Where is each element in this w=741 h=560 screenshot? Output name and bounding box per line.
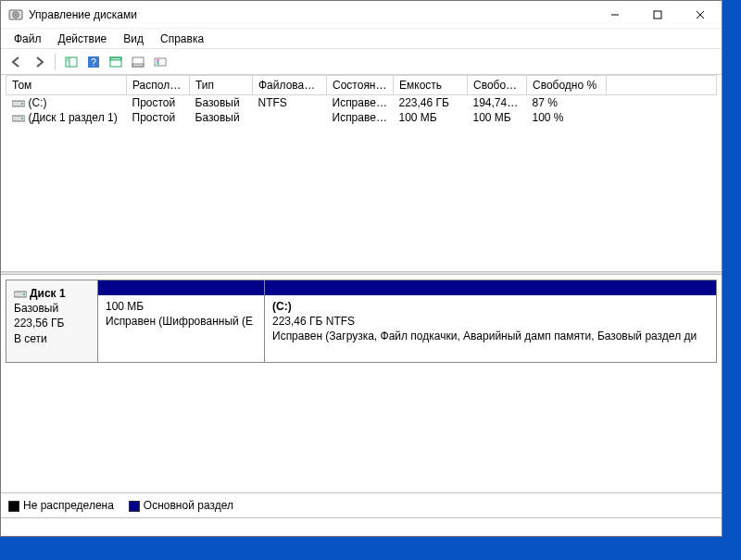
cell-free: 194,74 ГБ — [468, 95, 527, 111]
svg-rect-17 — [155, 58, 166, 66]
cell-capacity: 223,46 ГБ — [394, 95, 468, 111]
cell-layout: Простой — [127, 110, 190, 125]
partition[interactable]: (C:) 223,46 ГБ NTFS Исправен (Загрузка, … — [265, 280, 717, 362]
disk-management-icon — [8, 7, 23, 22]
cell-volume: (Диск 1 раздел 1) — [29, 111, 118, 124]
menu-action[interactable]: Действие — [51, 31, 115, 47]
disk-graphic-pane[interactable]: Диск 1 Базовый 223,56 ГБ В сети 100 МБ И… — [1, 275, 722, 492]
toolbar-separator — [55, 54, 56, 70]
svg-rect-16 — [132, 64, 144, 67]
cell-free: 100 МБ — [468, 110, 527, 125]
back-button[interactable] — [6, 52, 27, 72]
cell-volume: (C:) — [29, 96, 47, 109]
col-layout[interactable]: Располо... — [127, 76, 190, 95]
partition-color-bar — [265, 280, 716, 295]
legend-primary: Основной раздел — [129, 499, 233, 512]
disk-state: В сети — [14, 332, 47, 345]
cell-fs — [253, 110, 327, 125]
table-row[interactable]: (Диск 1 раздел 1) Простой Базовый Исправ… — [6, 110, 717, 125]
forward-button[interactable] — [29, 52, 49, 72]
col-status[interactable]: Состояние — [327, 76, 394, 95]
drive-icon — [12, 99, 25, 108]
help-button[interactable]: ? — [83, 52, 104, 72]
legend-unallocated-label: Не распределена — [23, 499, 114, 512]
svg-point-2 — [15, 14, 17, 16]
legend-swatch-primary — [129, 501, 140, 512]
cell-fs: NTFS — [253, 95, 327, 111]
maximize-button[interactable] — [636, 1, 679, 29]
disk-header[interactable]: Диск 1 Базовый 223,56 ГБ В сети — [6, 280, 98, 362]
drive-icon — [12, 114, 25, 123]
partition-color-bar — [98, 280, 264, 295]
show-hide-console-tree-button[interactable] — [61, 52, 82, 72]
drive-icon — [14, 290, 27, 299]
disk-type: Базовый — [14, 302, 58, 315]
col-volume[interactable]: Том — [6, 76, 127, 95]
cell-status: Исправен... — [327, 110, 394, 125]
legend-primary-label: Основной раздел — [144, 499, 233, 512]
view-bottom-button[interactable] — [128, 52, 148, 72]
legend-swatch-unallocated — [8, 501, 19, 512]
toolbar: ? — [1, 49, 722, 75]
partition[interactable]: 100 МБ Исправен (Шифрованный (E — [98, 280, 265, 362]
menu-view[interactable]: Вид — [116, 31, 151, 47]
col-capacity[interactable]: Емкость — [394, 76, 468, 95]
volume-table[interactable]: Том Располо... Тип Файловая с... Состоян… — [6, 75, 717, 125]
disk-size: 223,56 ГБ — [14, 317, 64, 330]
table-row[interactable]: (C:) Простой Базовый NTFS Исправен... 22… — [6, 95, 717, 111]
close-button[interactable] — [679, 1, 722, 29]
disk-management-window: Управление дисками Файл Действие Вид Спр… — [0, 0, 722, 537]
cell-layout: Простой — [127, 95, 190, 111]
legend-unallocated: Не распределена — [8, 499, 114, 512]
partition-status: Исправен (Шифрованный (E — [106, 314, 257, 329]
menu-help[interactable]: Справка — [153, 31, 211, 47]
partition-size: 100 МБ — [106, 299, 257, 314]
view-top-button[interactable] — [106, 52, 126, 72]
cell-type: Базовый — [190, 110, 253, 125]
volume-list-pane[interactable]: Том Располо... Тип Файловая с... Состоян… — [1, 75, 722, 271]
svg-text:?: ? — [91, 57, 96, 68]
cell-type: Базовый — [190, 95, 253, 111]
titlebar[interactable]: Управление дисками — [1, 1, 722, 29]
svg-point-26 — [23, 293, 25, 295]
col-fs[interactable]: Файловая с... — [253, 76, 327, 95]
col-spacer[interactable] — [607, 76, 717, 95]
menu-file[interactable]: Файл — [6, 31, 49, 47]
col-type[interactable]: Тип — [190, 76, 253, 95]
disk-row[interactable]: Диск 1 Базовый 223,56 ГБ В сети 100 МБ И… — [6, 280, 717, 363]
status-bar — [1, 517, 722, 536]
menubar: Файл Действие Вид Справка — [1, 29, 722, 49]
svg-point-22 — [21, 103, 23, 105]
settings-button[interactable] — [150, 52, 170, 72]
cell-freepct: 87 % — [527, 95, 607, 111]
svg-rect-4 — [654, 11, 661, 19]
partition-size: 223,46 ГБ NTFS — [272, 314, 709, 329]
window-title: Управление дисками — [29, 8, 594, 21]
col-free[interactable]: Свобод... — [468, 76, 527, 95]
minimize-button[interactable] — [594, 1, 636, 29]
col-freepct[interactable]: Свободно % — [527, 76, 607, 95]
svg-point-24 — [21, 118, 23, 119]
cell-status: Исправен... — [327, 95, 394, 111]
disk-name: Диск 1 — [30, 287, 66, 300]
cell-freepct: 100 % — [527, 110, 607, 125]
partition-title: (C:) — [272, 299, 709, 314]
svg-rect-14 — [110, 57, 121, 60]
legend: Не распределена Основной раздел — [1, 492, 722, 517]
partition-status: Исправен (Загрузка, Файл подкачки, Авари… — [272, 329, 709, 343]
cell-capacity: 100 МБ — [394, 110, 468, 125]
